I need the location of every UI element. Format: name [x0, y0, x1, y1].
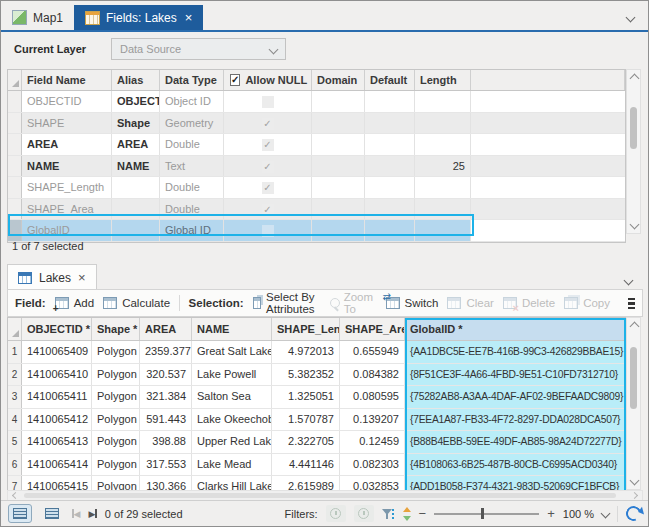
column-header-globalid[interactable]: GlobalID * [405, 318, 625, 340]
objectid-cell[interactable]: 1410065413 [22, 431, 92, 453]
alias-cell[interactable] [112, 199, 160, 220]
allow-null-header-checkbox[interactable]: ✓ [230, 74, 240, 86]
field-row[interactable]: NAME NAME Text 25 [8, 156, 625, 178]
area-cell[interactable]: 321.384 [140, 386, 192, 408]
objectid-cell[interactable]: 1410065411 [22, 386, 92, 408]
alias-cell[interactable]: OBJECTID [112, 91, 160, 112]
shape-area-cell[interactable]: 0.080595 [340, 386, 405, 408]
zoom-slider[interactable] [434, 507, 539, 520]
field-name-cell[interactable]: SHAPE_Length [22, 177, 112, 198]
objectid-cell[interactable]: 1410065414 [22, 454, 92, 476]
table-view-button[interactable] [8, 504, 32, 523]
allow-null-cell[interactable] [224, 156, 312, 177]
scroll-right-icon[interactable] [631, 492, 638, 499]
row-number[interactable]: 3 [8, 386, 22, 408]
globalid-cell[interactable]: {4B108063-6B25-487B-80CB-C6995ACD0340} [405, 454, 625, 476]
shape-cell[interactable]: Polygon [92, 364, 140, 386]
domain-cell[interactable] [312, 199, 365, 220]
alias-cell[interactable]: Shape [112, 113, 160, 134]
fields-vertical-scrollbar[interactable] [626, 69, 641, 234]
allow-null-checkbox[interactable] [262, 204, 274, 216]
lakes-table-tab[interactable]: Lakes × [7, 264, 97, 290]
field-row[interactable]: AREA AREA Double [8, 134, 625, 156]
domain-cell[interactable] [312, 113, 365, 134]
column-header-shape[interactable]: Shape * [92, 318, 140, 340]
default-cell[interactable] [365, 91, 415, 112]
zoom-out-button[interactable]: − [419, 507, 427, 520]
scroll-down-icon[interactable] [630, 220, 640, 230]
row-number[interactable]: 2 [8, 364, 22, 386]
globalid-cell[interactable]: {AA1DBC5E-EE7B-416B-99C3-426829BBAE15} [405, 341, 625, 363]
column-header-objectid[interactable]: OBJECTID * [22, 318, 92, 340]
row-selector[interactable] [8, 177, 22, 198]
switch-selection-button[interactable]: Switch [386, 297, 439, 309]
row-selector[interactable] [8, 91, 22, 112]
globalid-cell[interactable]: {8F51CE3F-4A66-4FBD-9E51-C10FD7312710} [405, 364, 625, 386]
column-header-field-name[interactable]: Field Name [22, 70, 112, 90]
table-row[interactable]: 1 1410065409 Polygon 2359.377 Great Salt… [8, 341, 625, 364]
data-type-cell[interactable]: Double [160, 134, 224, 155]
select-all-corner[interactable] [8, 318, 22, 340]
domain-cell[interactable] [312, 134, 365, 155]
collapse-pane-icon[interactable] [627, 11, 636, 20]
field-row[interactable]: OBJECTID OBJECTID Object ID [8, 91, 625, 113]
row-selector[interactable] [8, 113, 22, 134]
allow-null-cell[interactable] [224, 113, 312, 134]
shape-length-cell[interactable]: 4.972013 [272, 341, 340, 363]
data-type-cell[interactable]: Text [160, 156, 224, 177]
data-type-cell[interactable]: Global ID [160, 220, 224, 241]
default-cell[interactable] [365, 220, 415, 241]
close-icon[interactable]: × [78, 270, 86, 285]
alias-cell[interactable]: NAME [112, 156, 160, 177]
slider-thumb[interactable] [481, 508, 484, 519]
area-cell[interactable]: 2359.377 [140, 341, 192, 363]
shape-area-cell[interactable]: 0.139207 [340, 409, 405, 431]
shape-cell[interactable]: Polygon [92, 341, 140, 363]
column-header-area[interactable]: AREA [140, 318, 192, 340]
area-cell[interactable]: 317.553 [140, 454, 192, 476]
allow-null-cell[interactable] [224, 177, 312, 198]
add-field-button[interactable]: Add [55, 297, 94, 309]
shape-cell[interactable]: Polygon [92, 386, 140, 408]
allow-null-checkbox[interactable] [262, 182, 274, 194]
row-selector[interactable] [8, 220, 22, 241]
select-by-attributes-button[interactable]: Select By Attributes [253, 291, 321, 315]
hamburger-menu-icon[interactable] [628, 298, 635, 309]
shape-length-cell[interactable]: 4.441146 [272, 454, 340, 476]
row-selector[interactable] [8, 199, 22, 220]
length-cell[interactable]: 25 [415, 156, 471, 177]
allow-null-checkbox[interactable] [262, 161, 274, 173]
default-cell[interactable] [365, 156, 415, 177]
data-type-cell[interactable]: Double [160, 177, 224, 198]
field-row[interactable]: GlobalID Global ID [8, 220, 625, 242]
globalid-cell[interactable]: {7EEA1A87-FB33-4F72-8297-DDA028DCA507} [405, 409, 625, 431]
domain-cell[interactable] [312, 156, 365, 177]
column-header-data-type[interactable]: Data Type [160, 70, 224, 90]
shape-area-cell[interactable]: 0.655949 [340, 341, 405, 363]
row-selector[interactable] [8, 156, 22, 177]
table-vertical-scrollbar[interactable] [626, 317, 641, 490]
data-type-cell[interactable]: Double [160, 199, 224, 220]
close-icon[interactable]: × [185, 10, 193, 25]
field-name-cell[interactable]: AREA [22, 134, 112, 155]
field-name-cell[interactable]: OBJECTID [22, 91, 112, 112]
table-row[interactable]: 4 1410065412 Polygon 591.443 Lake Okeech… [8, 409, 625, 432]
shape-length-cell[interactable]: 1.325051 [272, 386, 340, 408]
calculate-field-button[interactable]: Calculate [103, 297, 170, 309]
objectid-cell[interactable]: 1410065412 [22, 409, 92, 431]
field-row[interactable]: SHAPE Shape Geometry [8, 113, 625, 135]
default-cell[interactable] [365, 134, 415, 155]
table-row[interactable]: 2 1410065410 Polygon 320.537 Lake Powell… [8, 364, 625, 387]
row-number[interactable]: 1 [8, 341, 22, 363]
shape-area-cell[interactable]: 0.084382 [340, 364, 405, 386]
field-name-cell[interactable]: SHAPE_Area [22, 199, 112, 220]
scroll-down-icon[interactable] [630, 476, 640, 486]
length-cell[interactable] [415, 113, 471, 134]
tab-fields-lakes[interactable]: Fields: Lakes × [74, 5, 203, 30]
column-header-alias[interactable]: Alias [112, 70, 160, 90]
shape-area-cell[interactable]: 0.082303 [340, 454, 405, 476]
domain-cell[interactable] [312, 220, 365, 241]
length-cell[interactable] [415, 199, 471, 220]
column-header-name[interactable]: NAME [192, 318, 272, 340]
default-cell[interactable] [365, 113, 415, 134]
